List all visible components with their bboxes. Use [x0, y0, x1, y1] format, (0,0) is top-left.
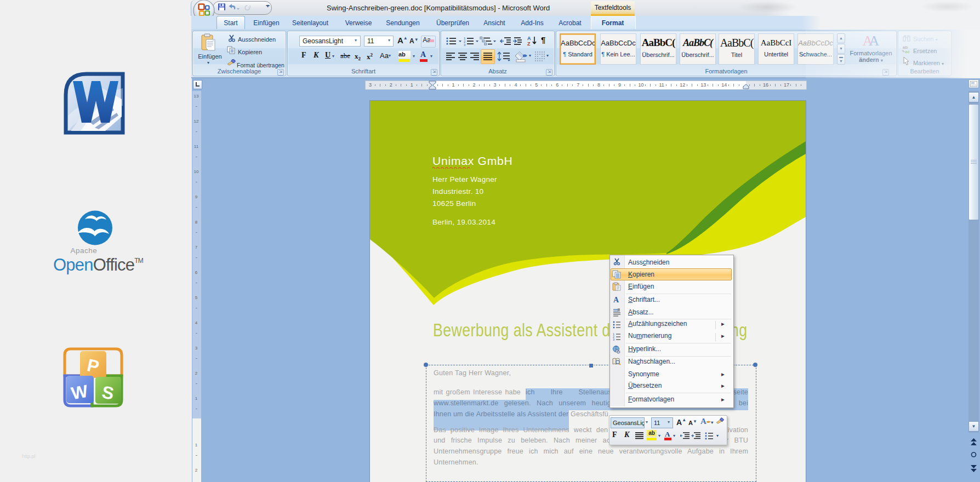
svg-text:A: A	[527, 36, 531, 41]
svg-text:3: 3	[613, 338, 614, 341]
svg-text:3: 3	[464, 43, 466, 47]
svg-text:Z: Z	[527, 41, 531, 47]
